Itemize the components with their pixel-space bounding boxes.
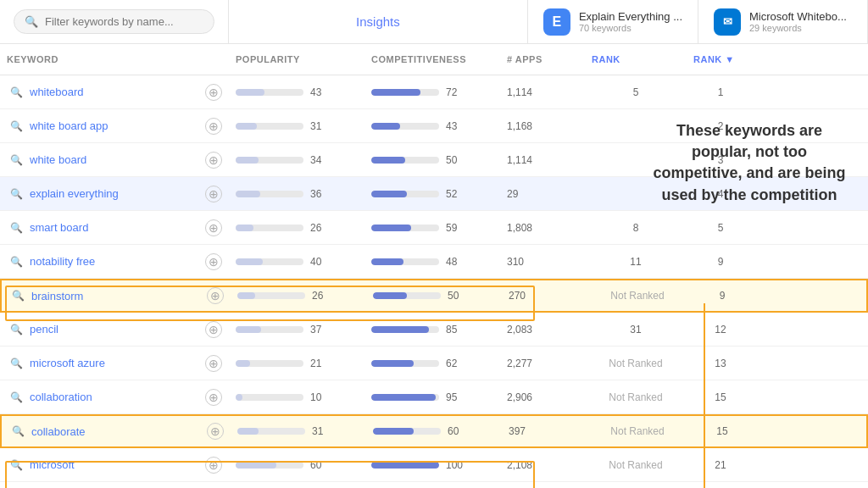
popularity-cell: 10 (229, 391, 364, 403)
competitiveness-bar-bg (371, 462, 439, 469)
search-icon-sm: 🔍 (10, 459, 23, 471)
keyword-link[interactable]: notability free (30, 255, 95, 268)
app-tab-info-0: Explain Everything ... 70 keywords (579, 10, 682, 33)
popularity-value: 37 (310, 324, 331, 336)
th-rank-2[interactable]: RANK ▼ (687, 51, 754, 68)
rank-cell-1: 5 (585, 86, 687, 98)
keyword-cell: 🔍 microsoft ⊕ (0, 450, 229, 480)
competitiveness-bar-fill (371, 123, 400, 130)
popularity-cell: 21 (229, 358, 364, 369)
keyword-link[interactable]: microsoft azure (30, 357, 105, 369)
keyword-link[interactable]: white board (30, 153, 86, 166)
keyword-cell: 🔍 white board app ⊕ (0, 111, 229, 141)
competitiveness-bar-fill (371, 89, 420, 96)
popularity-value: 26 (310, 222, 331, 234)
popularity-bar-fill (236, 462, 276, 469)
popularity-bar-bg (236, 157, 303, 164)
table-row: 🔍 notability free ⊕ 40 48 310 11 9 (0, 245, 868, 279)
search-icon-sm: 🔍 (12, 290, 25, 302)
add-keyword-button[interactable]: ⊕ (205, 253, 222, 270)
add-keyword-button[interactable]: ⊕ (205, 152, 222, 169)
competitiveness-bar-fill (371, 225, 411, 231)
app-icon-0: E (543, 8, 570, 36)
popularity-bar-fill (236, 225, 253, 231)
popularity-value: 40 (310, 256, 331, 268)
search-icon-sm: 🔍 (10, 358, 23, 369)
search-input[interactable] (45, 15, 203, 28)
competitiveness-value: 50 (446, 154, 466, 166)
popularity-value: 10 (310, 391, 331, 403)
popularity-cell: 26 (229, 222, 364, 234)
table-header: KEYWORD POPULARITY COMPETITIVENESS # APP… (0, 44, 868, 75)
popularity-bar-bg (237, 428, 305, 435)
add-keyword-button[interactable]: ⊕ (205, 118, 222, 135)
rank-cell-2: 3 (687, 154, 754, 166)
popularity-bar-bg (236, 462, 303, 469)
th-rank-1[interactable]: RANK (585, 51, 687, 68)
keyword-cell: 🔍 brainstorm ⊕ (2, 280, 231, 311)
search-icon: 🔍 (25, 15, 38, 28)
keyword-link[interactable]: collaborate (31, 425, 86, 438)
add-keyword-button[interactable]: ⊕ (205, 84, 222, 101)
popularity-cell: 43 (229, 86, 364, 98)
search-icon-sm: 🔍 (12, 425, 25, 437)
popularity-bar-bg (236, 123, 303, 130)
keyword-link[interactable]: explain everything (30, 187, 119, 200)
add-keyword-button[interactable]: ⊕ (205, 321, 222, 338)
popularity-bar-fill (236, 360, 250, 367)
popularity-value: 21 (310, 358, 331, 369)
competitiveness-value: 60 (448, 425, 468, 437)
competitiveness-bar-fill (371, 258, 403, 265)
competitiveness-cell: 52 (364, 188, 500, 200)
add-keyword-button[interactable]: ⊕ (205, 219, 222, 236)
search-icon-sm: 🔍 (10, 154, 23, 166)
table-section: KEYWORD POPULARITY COMPETITIVENESS # APP… (0, 44, 868, 488)
popularity-value: 31 (310, 120, 331, 132)
popularity-value: 36 (310, 188, 331, 200)
competitiveness-value: 95 (446, 391, 466, 403)
competitiveness-value: 52 (446, 188, 466, 200)
add-keyword-button[interactable]: ⊕ (207, 287, 224, 304)
table-row: 🔍 smart board ⊕ 26 59 1,808 8 5 (0, 211, 868, 245)
search-area: 🔍 (0, 0, 229, 43)
add-keyword-button[interactable]: ⊕ (205, 186, 222, 202)
add-keyword-button[interactable]: ⊕ (205, 389, 222, 406)
popularity-value: 26 (312, 290, 332, 302)
keyword-link[interactable]: brainstorm (31, 290, 83, 302)
competitiveness-cell: 100 (364, 459, 500, 471)
competitiveness-bar-fill (373, 428, 414, 435)
app-tab-1[interactable]: ✉ Microsoft Whitebo... 29 keywords (698, 0, 868, 43)
add-keyword-button[interactable]: ⊕ (205, 355, 222, 372)
competitiveness-value: 72 (446, 86, 466, 98)
popularity-value: 43 (310, 86, 331, 98)
table-row: 🔍 brainstorm ⊕ 26 50 270 Not Ranked 9 (0, 279, 868, 313)
popularity-bar-fill (236, 157, 259, 164)
search-icon-sm: 🔍 (10, 324, 23, 336)
app-tab-count-0: 70 keywords (579, 23, 682, 33)
popularity-cell: 60 (229, 459, 364, 471)
competitiveness-cell: 62 (364, 358, 500, 369)
popularity-cell: 26 (231, 290, 366, 302)
annotation-line-1 (704, 303, 705, 481)
keyword-link[interactable]: whiteboard (30, 86, 84, 98)
app-tab-0[interactable]: E Explain Everything ... 70 keywords (528, 0, 698, 43)
keyword-link[interactable]: smart board (30, 221, 88, 234)
keyword-link[interactable]: pencil (30, 323, 58, 336)
search-input-wrapper[interactable]: 🔍 (14, 9, 214, 34)
competitiveness-value: 50 (448, 290, 468, 302)
rank-cell-1: 31 (585, 324, 687, 336)
app-tabs: E Explain Everything ... 70 keywords ✉ M… (528, 0, 868, 43)
table-row: 🔍 white board app ⊕ 31 43 1,168 2 (0, 109, 868, 143)
insights-tab[interactable]: Insights (229, 0, 528, 43)
add-keyword-button[interactable]: ⊕ (205, 457, 222, 474)
table-row: 🔍 microsoft azure ⊕ 21 62 2,277 Not Rank… (0, 347, 868, 380)
keyword-link[interactable]: collaboration (30, 391, 92, 403)
apps-cell: 29 (500, 188, 585, 200)
keyword-link[interactable]: microsoft (30, 458, 75, 471)
competitiveness-cell: 48 (364, 256, 500, 268)
competitiveness-value: 48 (446, 256, 466, 268)
rank-cell-1: 8 (585, 222, 687, 234)
popularity-bar-bg (236, 258, 303, 265)
keyword-link[interactable]: white board app (30, 119, 108, 132)
add-keyword-button[interactable]: ⊕ (207, 423, 224, 440)
